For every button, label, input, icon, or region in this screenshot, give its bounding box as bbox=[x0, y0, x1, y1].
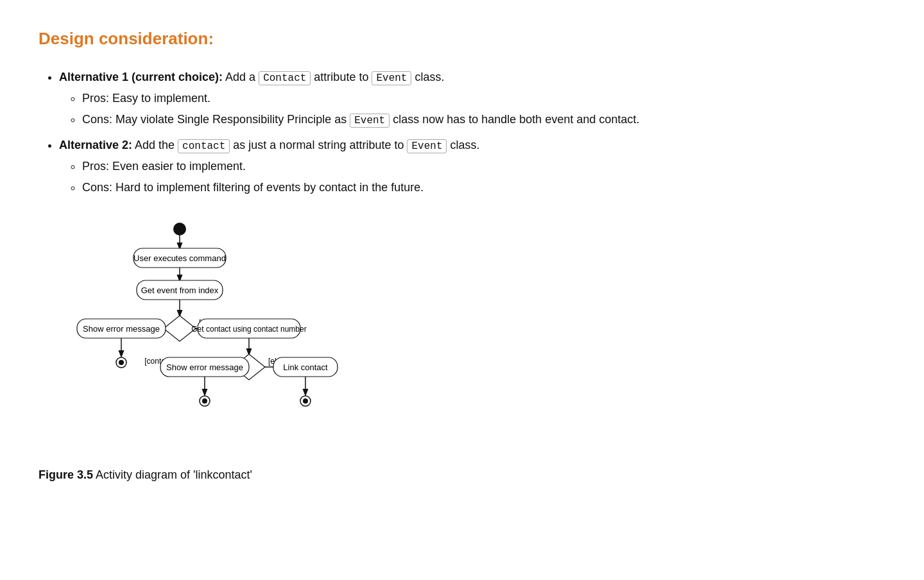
alt2-con: Cons: Hard to implement filtering of eve… bbox=[82, 178, 886, 197]
figure-caption-bold: Figure 3.5 bbox=[38, 468, 93, 481]
alt1-pro: Pros: Easy to implement. bbox=[82, 89, 886, 108]
diagram-svg: User executes command Get event from ind… bbox=[38, 216, 359, 447]
alt2-pro: Pros: Even easier to implement. bbox=[82, 157, 886, 176]
alt2-code2: Event bbox=[407, 139, 447, 153]
alt1-con: Cons: May violate Single Responsibility … bbox=[82, 110, 886, 130]
end-node1-inner bbox=[119, 360, 124, 365]
alt1-con-code: Event bbox=[350, 114, 389, 128]
alternatives-list: Alternative 1 (current choice): Add a Co… bbox=[38, 68, 886, 197]
activity-diagram: User executes command Get event from ind… bbox=[38, 216, 359, 453]
end-node3-inner bbox=[303, 398, 308, 404]
page-title: Design consideration: bbox=[38, 26, 886, 53]
show-error1-label: Show error message bbox=[83, 324, 160, 334]
alt1-code2: Event bbox=[372, 71, 411, 85]
get-event-label: Get event from index bbox=[141, 286, 219, 295]
alt1-label: Alternative 1 (current choice): bbox=[59, 71, 223, 83]
alt2-sub-list: Pros: Even easier to implement. Cons: Ha… bbox=[59, 157, 886, 197]
end-node2-inner bbox=[202, 398, 207, 404]
alt2-code1: contact bbox=[178, 139, 230, 153]
get-contact-label: Get contact using contact number bbox=[191, 325, 306, 334]
alternative-1: Alternative 1 (current choice): Add a Co… bbox=[59, 68, 886, 130]
link-contact-label: Link contact bbox=[283, 362, 328, 372]
figure-caption-text: Activity diagram of 'linkcontact' bbox=[93, 468, 252, 481]
figure-caption: Figure 3.5 Activity diagram of 'linkcont… bbox=[38, 466, 886, 484]
alt2-label: Alternative 2: bbox=[59, 139, 132, 151]
user-executes-label: User executes command bbox=[133, 253, 226, 263]
start-node bbox=[173, 223, 186, 235]
alt1-sub-list: Pros: Easy to implement. Cons: May viola… bbox=[59, 89, 886, 129]
show-error2-label: Show error message bbox=[166, 362, 243, 372]
alternative-2: Alternative 2: Add the contact as just a… bbox=[59, 136, 886, 197]
alt1-code1: Contact bbox=[259, 71, 311, 85]
